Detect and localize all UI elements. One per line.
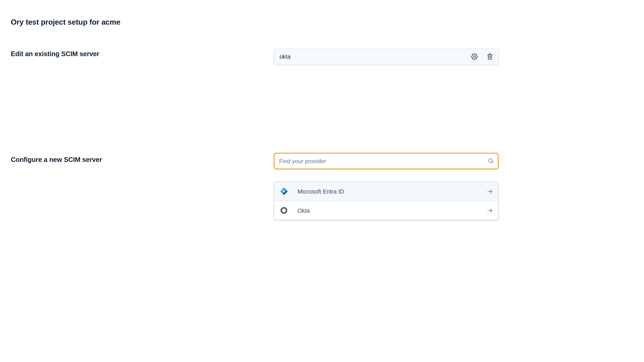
provider-search	[274, 153, 498, 169]
configure-scim-server-heading: Configure a new SCIM server	[11, 156, 102, 164]
provider-row-microsoft-entra-id[interactable]: Microsoft Entra ID	[274, 182, 498, 201]
trash-icon	[486, 53, 493, 60]
scim-setup-page: Ory test project setup for acme Edit an …	[0, 0, 644, 362]
edit-scim-server-heading: Edit an existing SCIM server	[11, 50, 100, 58]
provider-label: Microsoft Entra ID	[297, 188, 486, 195]
okta-logo	[280, 206, 288, 215]
microsoft-entra-id-logo	[280, 187, 288, 196]
settings-button[interactable]	[471, 53, 478, 60]
provider-label: Okta	[297, 207, 486, 214]
delete-button[interactable]	[486, 53, 493, 60]
provider-search-input[interactable]	[274, 153, 498, 169]
provider-row-okta[interactable]: Okta	[274, 201, 498, 220]
scim-server-name: okta	[280, 53, 471, 60]
provider-list: Microsoft Entra ID	[274, 182, 498, 220]
arrow-right-icon	[486, 188, 493, 195]
page-title: Ory test project setup for acme	[11, 17, 120, 27]
settings-icon	[471, 53, 478, 60]
existing-scim-server-row: okta	[274, 48, 498, 65]
arrow-right-icon	[486, 207, 493, 214]
